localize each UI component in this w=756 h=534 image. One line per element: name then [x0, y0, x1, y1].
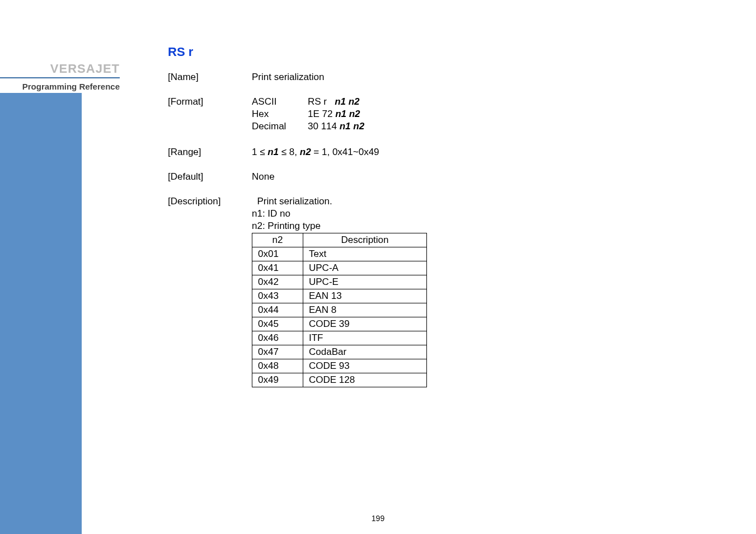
table-row: 0x48CODE 93 [252, 359, 427, 373]
table-cell-desc: CODE 93 [303, 359, 427, 373]
format-hex-prefix: 1E 72 [308, 109, 335, 119]
sidebar: VERSAJET Programming Reference [0, 0, 123, 534]
default-row: [Default] None [168, 171, 560, 182]
format-row: [Format] ASCII RS r n1 n2 Hex 1E 72 n1 n… [168, 96, 560, 133]
table-cell-code: 0x49 [252, 373, 303, 387]
table-row: 0x01Text [252, 247, 427, 261]
table-header-desc: Description [303, 233, 427, 247]
brand-block: VERSAJET [0, 62, 123, 78]
table-cell-code: 0x42 [252, 275, 303, 289]
format-hex-args: n1 n2 [335, 109, 360, 119]
description-line2: n1: ID no [252, 208, 560, 219]
format-dec-args: n1 n2 [340, 121, 364, 132]
default-label: [Default] [168, 171, 252, 182]
table-cell-code: 0x01 [252, 247, 303, 261]
range-p3: ≤ 8, [279, 147, 300, 157]
format-dec-key: Decimal [252, 121, 308, 132]
command-title: RS r [168, 45, 560, 59]
table-cell-code: 0x41 [252, 261, 303, 275]
format-hex-line: Hex 1E 72 n1 n2 [252, 109, 560, 120]
format-ascii-val: RS r n1 n2 [308, 96, 360, 107]
range-p5: = 1, 0x41~0x49 [311, 147, 379, 157]
range-p1: 1 ≤ [252, 147, 267, 157]
table-header-row: n2 Description [252, 233, 427, 247]
table-row: 0x49CODE 128 [252, 373, 427, 387]
format-dec-val: 30 114 n1 n2 [308, 121, 364, 132]
table-row: 0x45CODE 39 [252, 317, 427, 331]
format-label: [Format] [168, 96, 252, 133]
table-cell-code: 0x43 [252, 289, 303, 303]
table-cell-desc: CODE 39 [303, 317, 427, 331]
brand-text: VERSAJET [0, 62, 120, 76]
range-p2: n1 [267, 147, 279, 157]
default-value: None [252, 171, 560, 182]
name-value: Print serialization [252, 72, 560, 83]
table-row: 0x46ITF [252, 331, 427, 345]
format-ascii-key: ASCII [252, 96, 308, 107]
format-dec-prefix: 30 114 [308, 121, 340, 132]
range-value: 1 ≤ n1 ≤ 8, n2 = 1, 0x41~0x49 [252, 147, 560, 158]
table-cell-desc: ITF [303, 331, 427, 345]
table-cell-desc: Text [303, 247, 427, 261]
format-ascii-prefix: RS r [308, 96, 335, 107]
table-cell-desc: EAN 8 [303, 303, 427, 317]
table-cell-desc: UPC-E [303, 275, 427, 289]
printing-type-table: n2 Description 0x01Text0x41UPC-A0x42UPC-… [252, 233, 427, 387]
format-value: ASCII RS r n1 n2 Hex 1E 72 n1 n2 Decimal… [252, 96, 560, 133]
table-cell-code: 0x47 [252, 345, 303, 359]
format-dec-line: Decimal 30 114 n1 n2 [252, 121, 560, 132]
table-cell-code: 0x48 [252, 359, 303, 373]
table-row: 0x43EAN 13 [252, 289, 427, 303]
table-header-n2: n2 [252, 233, 303, 247]
table-cell-code: 0x46 [252, 331, 303, 345]
table-cell-code: 0x45 [252, 317, 303, 331]
format-ascii-line: ASCII RS r n1 n2 [252, 96, 560, 107]
table-row: 0x42UPC-E [252, 275, 427, 289]
description-row: [Description] Print serialization. n1: I… [168, 196, 560, 387]
range-row: [Range] 1 ≤ n1 ≤ 8, n2 = 1, 0x41~0x49 [168, 147, 560, 158]
format-hex-key: Hex [252, 109, 308, 120]
name-row: [Name] Print serialization [168, 72, 560, 83]
description-line1: Print serialization. [252, 196, 560, 207]
table-row: 0x44EAN 8 [252, 303, 427, 317]
table-row: 0x41UPC-A [252, 261, 427, 275]
description-label: [Description] [168, 196, 252, 387]
table-cell-desc: CODE 128 [303, 373, 427, 387]
range-p4: n2 [300, 147, 311, 157]
table-cell-desc: CodaBar [303, 345, 427, 359]
format-hex-val: 1E 72 n1 n2 [308, 109, 360, 120]
table-cell-code: 0x44 [252, 303, 303, 317]
main-content: RS r [Name] Print serialization [Format]… [168, 45, 560, 387]
range-label: [Range] [168, 147, 252, 158]
table-row: 0x47CodaBar [252, 345, 427, 359]
programming-reference-label: Programming Reference [22, 82, 120, 91]
brand-underline [0, 77, 120, 78]
table-cell-desc: UPC-A [303, 261, 427, 275]
format-ascii-args: n1 n2 [335, 96, 359, 107]
name-label: [Name] [168, 72, 252, 83]
page-number: 199 [0, 514, 756, 523]
description-value: Print serialization. n1: ID no n2: Print… [252, 196, 560, 387]
table-cell-desc: EAN 13 [303, 289, 427, 303]
description-line3: n2: Printing type [252, 221, 560, 232]
sidebar-blue-bar [0, 93, 82, 534]
